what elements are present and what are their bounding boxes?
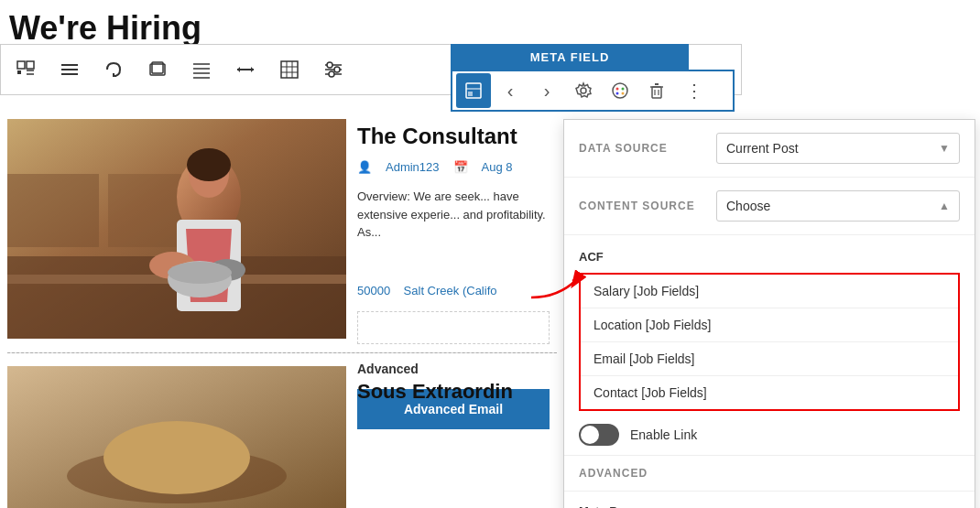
meta-left-button[interactable]: ‹ [493,73,528,108]
content-source-row: CONTENT SOURCE Choose ▲ [564,178,975,235]
acf-options-box: Salary [Job Fields] Location [Job Fields… [579,273,960,411]
read-more-button[interactable] [357,311,550,344]
enable-link-label: Enable Link [630,427,697,442]
svg-point-34 [622,88,625,91]
svg-point-27 [329,71,334,77]
svg-rect-37 [652,87,661,98]
advanced-label: Advanced [357,362,419,376]
svg-point-26 [334,67,340,72]
svg-point-32 [613,83,627,98]
svg-point-54 [168,262,232,284]
svg-rect-17 [281,61,298,78]
post1-location: 50000 Salt Creek (Califo [357,284,496,297]
acf-title: ACF [579,244,960,269]
data-source-row: DATA SOURCE Current Post ▼ [564,120,975,178]
grid-layout-icon[interactable] [5,49,47,91]
post1-date: Aug 8 [482,160,513,174]
calendar-icon: 📅 [453,160,468,174]
meta-widget-button[interactable] [456,73,491,108]
acf-section: ACF Salary [Job Fields] Location [Job Fi… [564,235,975,411]
metabox-title: Meta Box [579,499,960,508]
loop-icon[interactable] [93,49,135,91]
svg-rect-1 [27,61,34,69]
meta-right-button[interactable]: › [529,73,564,108]
toggle-knob [581,426,599,444]
meta-trash-button[interactable] [639,73,674,108]
table-icon[interactable] [268,49,310,91]
content-source-value: Choose [726,199,770,213]
meta-field-label: META FIELD [451,44,689,70]
resize-icon[interactable] [224,49,267,91]
post1-number: 50000 [357,284,390,297]
acf-option-salary[interactable]: Salary [Job Fields] [581,275,958,308]
svg-point-31 [581,88,586,93]
svg-point-35 [616,92,619,95]
settings-panel: DATA SOURCE Current Post ▼ CONTENT SOURC… [563,119,975,508]
post1-author: Admin123 [386,160,440,174]
list-layout-icon[interactable] [49,49,91,91]
data-source-value: Current Post [726,141,799,156]
meta-gear-button[interactable] [566,73,601,108]
content-source-label: CONTENT SOURCE [579,200,707,212]
svg-rect-0 [17,61,25,69]
post1-city: Salt Creek (Califo [404,284,497,297]
svg-rect-44 [108,174,181,247]
svg-point-57 [103,421,250,494]
author-icon: 👤 [357,160,372,174]
svg-point-36 [622,92,625,95]
data-source-label: DATA SOURCE [579,142,707,155]
acf-option-location[interactable]: Location [Job Fields] [581,308,958,342]
acf-option-contact[interactable]: Contact [Job Fields] [581,376,958,409]
red-arrow [522,261,614,310]
meta-more-button[interactable]: ⋮ [676,73,711,108]
meta-toolbar: ‹ › ⋮ [451,70,735,112]
data-source-chevron: ▼ [939,142,950,155]
layers-icon[interactable] [136,49,179,91]
content-divider [7,352,557,353]
post1-excerpt: Overview: We are seek... have extensive … [357,188,554,242]
content-source-chevron: ▲ [939,200,950,212]
svg-marker-16 [251,67,254,72]
svg-rect-30 [468,92,473,96]
svg-marker-15 [237,67,240,72]
post1-title: The Consultant [357,124,517,149]
enable-link-row: Enable Link [564,415,975,456]
post2-image [7,366,346,508]
meta-palette-button[interactable] [603,73,637,108]
sliders-icon[interactable] [312,49,354,91]
page-heading: We're Hiring [9,9,201,48]
svg-rect-2 [17,70,21,74]
svg-point-33 [616,88,619,91]
svg-point-49 [187,148,231,181]
post2-title: Sous Extraordin [357,380,513,404]
svg-rect-43 [7,174,99,247]
acf-option-email[interactable]: Email [Job Fields] [581,342,958,376]
enable-link-toggle[interactable] [579,424,619,446]
align-icon[interactable] [180,49,223,91]
svg-point-25 [327,62,332,68]
data-source-select[interactable]: Current Post ▼ [716,133,960,164]
metabox-section: Meta Box No Meta Box Data Found [564,492,975,508]
post1-meta: 👤 Admin123 📅 Aug 8 [357,160,513,174]
content-source-select[interactable]: Choose ▲ [716,190,960,222]
post-image [7,119,346,339]
panel-advanced-row: Advanced [564,456,975,492]
panel-advanced-label: Advanced [579,467,707,480]
